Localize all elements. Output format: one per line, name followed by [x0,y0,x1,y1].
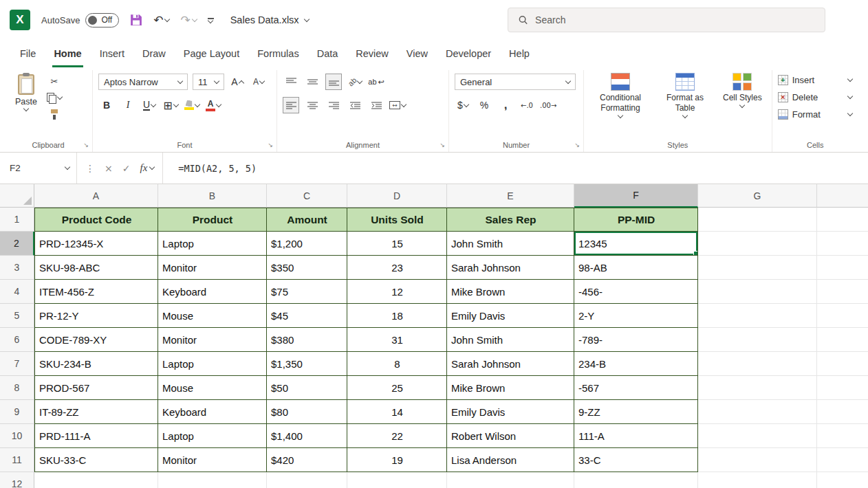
undo-chevron-icon[interactable] [164,16,170,21]
currency-format-button[interactable]: $ [455,97,471,113]
redo-button[interactable]: ↷ [180,13,196,27]
cell-A3[interactable]: SKU-98-ABC [34,256,158,280]
name-box-chevron-icon[interactable] [65,164,70,170]
column-header-g[interactable]: G [698,184,817,208]
cell-B2[interactable]: Laptop [158,232,267,256]
cell-C1[interactable]: Amount [267,208,347,232]
cell-D3[interactable]: 23 [347,256,447,280]
cell-F11[interactable]: 33-C [574,448,698,472]
font-dialog-launcher-icon[interactable]: ↘ [268,142,273,148]
font-color-button[interactable]: A [205,97,221,113]
cell-B5[interactable]: Mouse [158,304,267,328]
column-header-e[interactable]: E [447,184,574,208]
fill-color-button[interactable] [184,97,200,113]
row-header-2[interactable]: 2 [0,232,34,256]
cell-A8[interactable]: PROD-567 [34,376,158,400]
cell-G6[interactable] [698,328,817,352]
tab-file[interactable]: File [11,40,45,67]
cell-styles-button[interactable]: Cell Styles [719,73,766,107]
row-header-5[interactable]: 5 [0,304,34,328]
align-top-button[interactable] [283,74,299,90]
cell-A9[interactable]: IT-89-ZZ [34,400,158,424]
tab-insert[interactable]: Insert [91,40,133,67]
cell-G4[interactable] [698,280,817,304]
cell-E5[interactable]: Emily Davis [447,304,574,328]
cell-E8[interactable]: Mike Brown [447,376,574,400]
cell-E6[interactable]: John Smith [447,328,574,352]
bold-button[interactable]: B [98,97,115,113]
cell-F9[interactable]: 9-ZZ [574,400,698,424]
insert-function-button[interactable]: fx [140,162,154,174]
cell-A6[interactable]: CODE-789-XY [34,328,158,352]
fill-color-chevron-icon[interactable] [195,101,200,107]
cell-G9[interactable] [698,400,817,424]
cell-B3[interactable]: Monitor [158,256,267,280]
cell-F5[interactable]: 2-Y [574,304,698,328]
decrease-indent-button[interactable] [347,97,363,113]
cell-D4[interactable]: 12 [347,280,447,304]
tab-draw[interactable]: Draw [133,40,175,67]
paste-chevron-icon[interactable] [23,106,29,111]
tab-developer[interactable]: Developer [437,40,500,67]
orientation-chevron-icon[interactable] [357,78,362,83]
cell-C11[interactable]: $420 [267,448,347,472]
number-format-combo[interactable]: General [455,74,576,90]
row-header-9[interactable]: 9 [0,400,34,424]
cell-A5[interactable]: PR-12-Y [34,304,158,328]
column-header-d[interactable]: D [347,184,447,208]
cell-B1[interactable]: Product [158,208,267,232]
row-header-12[interactable]: 12 [0,472,34,488]
select-all-button[interactable] [0,184,34,208]
cell-F3[interactable]: 98-AB [574,256,698,280]
format-chevron-icon[interactable] [847,110,852,115]
cell-E9[interactable]: Emily Davis [447,400,574,424]
cancel-button[interactable]: × [105,163,113,174]
cell-F12[interactable] [574,472,698,488]
cell-G8[interactable] [698,376,817,400]
delete-chevron-icon[interactable] [847,93,852,98]
italic-button[interactable]: I [120,97,136,113]
tab-formulas[interactable]: Formulas [248,40,307,67]
cell-G7[interactable] [698,352,817,376]
row-header-10[interactable]: 10 [0,424,34,448]
cell-B6[interactable]: Monitor [158,328,267,352]
cell-F7[interactable]: 234-B [574,352,698,376]
cell-C6[interactable]: $380 [267,328,347,352]
cell-styles-chevron-icon[interactable] [739,102,745,108]
format-as-table-chevron-icon[interactable] [682,113,688,118]
cell-D7[interactable]: 8 [347,352,447,376]
cell-C8[interactable]: $50 [267,376,347,400]
cell-B11[interactable]: Monitor [158,448,267,472]
cell-F1[interactable]: PP-MID [574,208,698,232]
column-header-a[interactable]: A [34,184,158,208]
search-input[interactable] [535,14,815,25]
autosave-toggle[interactable]: Off [85,13,119,27]
cell-C7[interactable]: $1,350 [267,352,347,376]
cell-E3[interactable]: Sarah Johnson [447,256,574,280]
cell-A11[interactable]: SKU-33-C [34,448,158,472]
wrap-text-button[interactable]: ab ↩ [368,74,384,90]
row-header-6[interactable]: 6 [0,328,34,352]
align-center-button[interactable] [304,97,321,113]
tab-home[interactable]: Home [45,40,90,67]
conditional-formatting-button[interactable]: Conditional Formatting [589,73,651,118]
number-dialog-launcher-icon[interactable]: ↘ [574,142,580,148]
insert-chevron-icon[interactable] [847,76,852,81]
cell-A2[interactable]: PRD-12345-X [34,232,158,256]
cell-F8[interactable]: -567 [574,376,698,400]
borders-chevron-icon[interactable] [173,101,178,107]
cell-C5[interactable]: $45 [267,304,347,328]
cell-A10[interactable]: PRD-111-A [34,424,158,448]
cell-D8[interactable]: 25 [347,376,447,400]
cell-G1[interactable] [698,208,817,232]
formula-input[interactable]: =MID(A2, 5, 5) [163,153,868,184]
save-button[interactable] [130,14,142,26]
cell-D11[interactable]: 19 [347,448,447,472]
underline-chevron-icon[interactable] [151,101,156,107]
format-painter-button[interactable] [47,107,62,121]
align-bottom-button[interactable] [325,74,342,90]
row-header-7[interactable]: 7 [0,352,34,376]
cell-G3[interactable] [698,256,817,280]
increase-indent-button[interactable] [368,97,384,113]
cell-D1[interactable]: Units Sold [347,208,447,232]
